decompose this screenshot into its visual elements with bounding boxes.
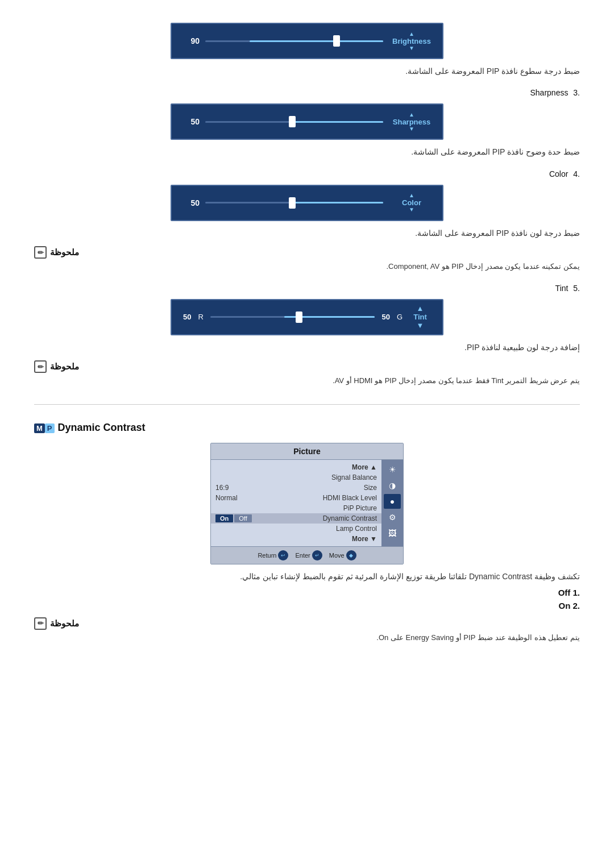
- color-arrow-down: ▼: [409, 207, 414, 213]
- sharpness-label: Sharpness: [393, 118, 430, 126]
- color-track-area[interactable]: [200, 202, 389, 203]
- brightness-slider-container: ▲ Brightness ▼ 90: [34, 23, 580, 59]
- tint-track: [210, 316, 375, 318]
- tint-note-text: يتم عرض شريط التمرير Tint فقط عندما يكون…: [34, 375, 580, 387]
- mp-badge: MP: [34, 423, 55, 433]
- color-slider-container: ▲ Color ▼ 50: [34, 185, 580, 221]
- move-label: Move: [329, 552, 345, 559]
- tint-arrow-up: ▲: [417, 304, 424, 313]
- color-note-title: ملحوظة ✏: [34, 246, 580, 259]
- menu-item-pip[interactable]: PiP Picture: [215, 503, 377, 513]
- color-label: Color: [402, 198, 421, 207]
- tint-arrow-down: ▼: [417, 321, 424, 330]
- menu-item-more-down[interactable]: ▼ More: [215, 534, 377, 544]
- brightness-value: 90: [180, 36, 200, 45]
- more-up-label: ▲ More: [352, 463, 377, 471]
- value-off[interactable]: Off: [234, 514, 251, 522]
- footer-enter[interactable]: ↵ Enter: [295, 550, 322, 560]
- sharpness-slider-box[interactable]: ▲ Sharpness ▼ 50: [171, 103, 443, 140]
- footer-return[interactable]: ↩ Return: [258, 550, 288, 560]
- menu-icon-color[interactable]: ●: [384, 494, 401, 509]
- menu-icon-contrast[interactable]: ◑: [384, 478, 401, 493]
- color-arrow-up: ▲: [409, 193, 414, 198]
- brightness-label: Brightness: [392, 37, 431, 45]
- menu-item-hdmi-black[interactable]: HDMI Black Level Normal: [215, 493, 377, 503]
- brightness-thumb[interactable]: [333, 35, 340, 47]
- dynamic-contrast-values: Off On: [215, 514, 252, 522]
- picture-menu-title: Picture: [211, 443, 403, 460]
- tint-note-title: ملحوظة ✏: [34, 360, 580, 373]
- brightness-track: [205, 40, 383, 42]
- sharpness-track: [205, 121, 383, 123]
- menu-item-more-up[interactable]: ▲ More: [215, 462, 377, 472]
- menu-icon-picture[interactable]: 🖼: [384, 526, 401, 541]
- brightness-icon: ☀: [389, 465, 396, 474]
- tint-note-block: ملحوظة ✏ يتم عرض شريط التمرير Tint فقط ع…: [34, 360, 580, 387]
- dynamic-contrast-menu-label: Dynamic Contrast: [323, 514, 377, 522]
- picture-menu-wrapper: Picture ☀ ◑ ● ⚙: [34, 443, 580, 564]
- hdmi-black-label: HDMI Black Level: [323, 494, 377, 502]
- contrast-icon: ◑: [389, 481, 396, 490]
- sharpness-desc: ضبط حدة وضوح نافذة PIP المعروضة على الشا…: [34, 146, 580, 158]
- brightness-desc: ضبط درجة سطوع نافذة PIP المعروضة على الش…: [34, 65, 580, 77]
- sharpness-arrow-down: ▼: [409, 126, 414, 132]
- menu-item-dynamic-contrast[interactable]: Dynamic Contrast Off On: [211, 513, 381, 524]
- sharpness-value: 50: [180, 117, 200, 126]
- menu-icon-brightness[interactable]: ☀: [384, 462, 401, 477]
- mp-p-badge: P: [45, 423, 55, 433]
- pip-label: PiP Picture: [343, 504, 377, 512]
- size-label: Size: [364, 484, 377, 492]
- brightness-track-area[interactable]: [200, 40, 389, 42]
- picture-icon: 🖼: [388, 529, 396, 538]
- menu-item-lamp[interactable]: Lamp Control: [215, 524, 377, 534]
- sharpness-arrow-up: ▲: [409, 112, 414, 118]
- color-note-text: يمكن تمكينه عندما يكون مصدر إدخال PIP هو…: [34, 261, 580, 273]
- sharpness-track-area[interactable]: [200, 121, 389, 123]
- tint-label-col: ▲ Tint ▼: [406, 304, 434, 330]
- sharpness-slider-container: ▲ Sharpness ▼ 50: [34, 103, 580, 140]
- picture-menu-inner: ☀ ◑ ● ⚙ 🖼: [211, 460, 403, 546]
- brightness-label-col: ▲ Brightness ▼: [389, 31, 434, 51]
- menu-item-size[interactable]: Size 16:9: [215, 483, 377, 493]
- dynamic-contrast-title-bar: Dynamic Contrast MP: [34, 422, 580, 434]
- dc-item-on: .2 On: [34, 601, 580, 610]
- color-note-icon: ✏: [34, 246, 47, 259]
- hdmi-black-value: Normal: [215, 494, 238, 502]
- color-thumb[interactable]: [289, 197, 296, 209]
- menu-icon-settings[interactable]: ⚙: [384, 510, 401, 525]
- brightness-arrow-down: ▼: [409, 45, 414, 51]
- brightness-arrow-up: ▲: [409, 31, 414, 37]
- more-down-label: ▼ More: [352, 535, 377, 543]
- signal-balance-label: Signal Balance: [331, 474, 377, 481]
- picture-menu[interactable]: Picture ☀ ◑ ● ⚙: [210, 443, 404, 564]
- tint-note-icon: ✏: [34, 360, 47, 373]
- menu-icons-col: ☀ ◑ ● ⚙ 🖼: [381, 460, 403, 546]
- value-on[interactable]: On: [215, 514, 233, 522]
- dc-note-title: ملحوظة ✏: [34, 617, 580, 630]
- color-track: [205, 202, 383, 203]
- sharpness-label-col: ▲ Sharpness ▼: [389, 112, 434, 132]
- color-slider-box[interactable]: ▲ Color ▼ 50: [171, 185, 443, 221]
- sharpness-thumb[interactable]: [289, 116, 296, 127]
- color-icon: ●: [390, 497, 395, 506]
- tint-g-value: 50: [381, 313, 389, 321]
- tint-label: Tint: [413, 313, 427, 321]
- move-icon: ◆: [346, 550, 356, 560]
- dc-numbered-list: .1 Off .2 On: [34, 588, 580, 610]
- menu-item-signal-balance[interactable]: Signal Balance: [215, 472, 377, 483]
- footer-move[interactable]: ◆ Move: [329, 550, 356, 560]
- return-label: Return: [258, 552, 276, 559]
- settings-icon: ⚙: [389, 513, 396, 522]
- dc-note-block: ملحوظة ✏ يتم تعطيل هذه الوظيفة عند ضبط P…: [34, 617, 580, 644]
- tint-track-area[interactable]: [207, 316, 379, 318]
- mp-m-badge: M: [34, 423, 45, 433]
- tint-r-label: R: [198, 313, 203, 321]
- tint-r-value: 50: [183, 313, 191, 321]
- tint-slider-box[interactable]: ▲ Tint ▼ G 50 R 50: [171, 299, 443, 335]
- brightness-slider-box[interactable]: ▲ Brightness ▼ 90: [171, 23, 443, 59]
- tint-thumb[interactable]: [296, 312, 302, 323]
- sharpness-heading: .3 Sharpness: [34, 88, 580, 98]
- dc-note-icon: ✏: [34, 617, 47, 630]
- color-fill: [294, 202, 384, 203]
- tint-heading: .5 Tint: [34, 283, 580, 293]
